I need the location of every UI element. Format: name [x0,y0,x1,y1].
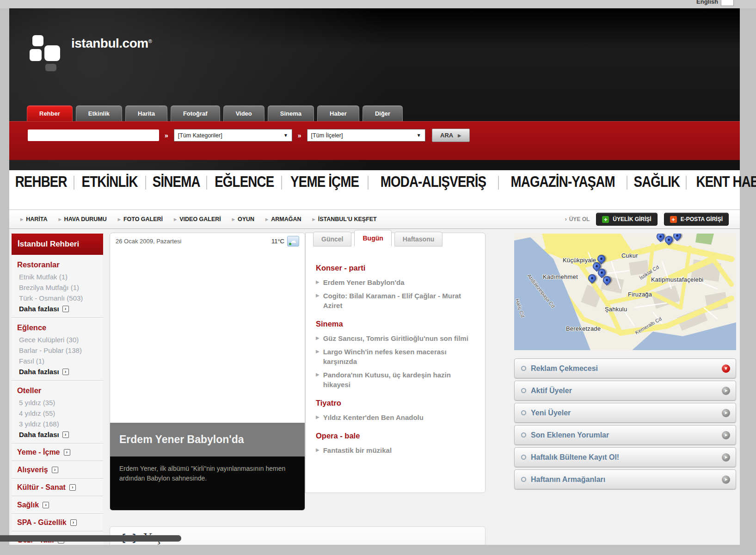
box-arrow-icon: › [62,369,69,375]
arrow-icon: ▶ [316,333,320,343]
tab-haber[interactable]: Haber [317,105,359,122]
sidebar-item[interactable]: Brezilya Mutfağı (1) [17,282,99,293]
widget-aktif-uyeler[interactable]: Aktif Üyeler ➤ [514,381,736,401]
sidebar-heading-eglence[interactable]: Eğlence [17,323,99,332]
snav-foto-galeri[interactable]: ▶FOTO GALERİ [118,216,163,222]
eposta-girisi-button[interactable]: +E-POSTA GİRİŞİ [664,213,729,226]
widget-yeni-uyeler[interactable]: Yeni Üyeler ➤ [514,403,736,423]
snav-harita[interactable]: ▶HARİTA [20,216,47,222]
chevron-right-icon[interactable]: ➤ [722,453,730,462]
nav-etkinlik[interactable]: ETKİNLİK [81,173,138,191]
tab-haftasonu[interactable]: Haftasonu [394,232,443,247]
snav-video-galeri[interactable]: ▶VIDEO GALERİ [174,216,221,222]
horizontal-scrollbar-thumb[interactable] [0,535,181,542]
search-input[interactable] [28,130,159,141]
event-category-heading[interactable]: Tiyatro [316,399,475,407]
sidebar-item[interactable]: 4 yıldız (55) [17,408,99,419]
nav-saglik[interactable]: SAĞLIK [633,173,681,191]
bullet-icon [521,455,526,460]
nav-yeme-icme[interactable]: YEME İÇME [290,173,360,191]
event-link[interactable]: ▶Fantastik bir müzikal [316,445,475,455]
chevron-right-icon[interactable]: ➤ [722,475,730,484]
sidebar-link-alisveris[interactable]: Alışveriş› [12,461,103,479]
category-select[interactable]: [Tüm Kategoriler] ▼ [174,129,292,142]
sidebar-more-link[interactable]: Daha fazlası› [17,303,99,313]
snav-armagan[interactable]: ▶ARMAĞAN [265,216,301,222]
nav-sinema[interactable]: SİNEMA [152,173,201,191]
tab-rehber[interactable]: Rehber [27,105,73,122]
event-category-heading[interactable]: Opera - bale [316,432,475,440]
secondary-nav: ▶HARİTA ▶HAVA DURUMU ▶FOTO GALERİ ▶VIDEO… [9,210,740,229]
event-link[interactable]: ▶Yıldız Kenter'den Ben Anadolu [316,413,475,422]
sidebar-more-link[interactable]: Daha fazlası› [17,366,99,376]
sidebar-link-yeme-icme[interactable]: Yeme - İçme› [12,444,103,461]
tab-fotograf[interactable]: Fotoğraf [171,105,220,122]
sidebar-heading-restoranlar[interactable]: Restoranlar [17,260,99,269]
snav-hava-durumu[interactable]: ▶HAVA DURUMU [58,216,106,222]
arrow-icon: ▶ [118,217,121,222]
nav-rehber[interactable]: REHBER [14,173,68,191]
tab-guncel[interactable]: Güncel [313,232,351,247]
chevron-right-icon[interactable]: ➤ [722,409,730,417]
map[interactable]: Küçükpiyale Kadımehmet Cukur Katipmustaf… [514,234,736,350]
sidebar-heading-oteller[interactable]: Oteller [17,386,99,395]
site-logo[interactable]: istanbul.com® [30,35,152,77]
sidebar-item[interactable]: 3 yıldız (168) [17,419,99,429]
uye-ol-link[interactable]: ›ÜYE OL [565,216,590,222]
tab-sinema[interactable]: Sinema [268,105,314,122]
featured-event-panel[interactable]: 26 Ocak 2009, Pazartesi 11°C ☁ Erdem Yen… [110,233,305,511]
snav-istanbulu-kesfet[interactable]: ▶İSTANBUL'U KEŞFET [313,216,377,222]
bullet-icon [521,432,526,438]
chevron-right-icon[interactable]: ➤ [722,387,730,395]
event-category-heading[interactable]: Sinema [316,320,475,328]
current-date: 26 Ocak 2009, Pazartesi [116,238,181,245]
event-link[interactable]: ▶Güz Sancısı, Tomris Giritlioğlu'nun son… [316,333,475,343]
widget-son-eklenen-yorumlar[interactable]: Son Eklenen Yorumlar ➤ [514,425,736,445]
sidebar-link-kultur-sanat[interactable]: Kültür - Sanat› [12,479,103,496]
event-link[interactable]: ▶Pandora'nın Kutusu, üç kardeşin hazin h… [316,370,475,389]
nav-moda-alisveris[interactable]: MODA-ALIŞVERİŞ [380,173,487,191]
event-category-heading[interactable]: Konser - parti [316,264,475,272]
site-header: istanbul.com® Rehber Etkinlik Harita Fot… [9,8,740,170]
sidebar-more-link[interactable]: Daha fazlası› [17,429,99,438]
tab-bugun[interactable]: Bugün [354,230,391,247]
istanbul-logo-icon [30,35,66,77]
chevron-right-icon[interactable]: ➤ [722,431,730,439]
search-button[interactable]: ARA ▶ [432,129,470,142]
tab-diger[interactable]: Diğer [363,105,403,122]
sidebar-item[interactable]: 5 yıldız (35) [17,397,99,408]
tab-harita[interactable]: Harita [125,105,167,122]
sidebar-item[interactable]: Gece Kulüpleri (30) [17,334,99,345]
nav-magazin-yasam[interactable]: MAGAZİN-YAŞAM [510,173,615,191]
tab-video[interactable]: Video [223,105,264,122]
arrow-icon: ▶ [265,217,268,222]
event-link[interactable]: ▶Cogito: Bilal Karaman - Elif Çağlar - M… [316,291,475,310]
district-select[interactable]: [Tüm İlçeler] ▼ [307,129,425,142]
sidebar-item[interactable]: Barlar - Publar (138) [17,345,99,356]
nav-eglence[interactable]: EĞLENCE [214,173,274,191]
sidebar-istanbul-rehberi: İstanbul Rehberi Restoranlar Etnik Mutfa… [12,234,103,545]
widget-reklam-cekmecesi[interactable]: Reklam Çekmecesi ▼ [514,358,736,378]
featured-photo [110,249,305,423]
sidebar-item[interactable]: Fasıl (1) [17,356,99,366]
map-label-sahkulu: Şahkulu [605,306,627,313]
sidebar-link-saglik[interactable]: Sağlık› [12,496,103,514]
snav-oyun[interactable]: ▶OYUN [232,216,254,222]
event-link[interactable]: ▶Erdem Yener Babylon'da [316,278,475,287]
separator-arrows-icon: » [298,132,301,139]
widget-haftalik-bultene-kayit[interactable]: Haftalık Bültene Kayıt Ol! ➤ [514,447,736,467]
event-link[interactable]: ▶Largo Winch'in nefes kesen macerası kar… [316,347,475,366]
featured-title[interactable]: Erdem Yener Babylon'da [110,423,305,456]
uyelik-girisi-button[interactable]: +ÜYELİK GİRİŞİ [596,213,657,226]
sidebar-link-spa-guzellik[interactable]: SPA - Güzellik› [12,514,103,531]
language-flag-icon[interactable] [721,0,734,6]
sidebar-item[interactable]: Etnik Mutfak (1) [17,271,99,282]
nav-separator [498,176,499,190]
sidebar-item[interactable]: Türk - Osmanlı (503) [17,293,99,303]
nav-kent-haber[interactable]: KENT HABER [695,173,756,191]
widget-haftanin-armaganlari[interactable]: Haftanın Armağanları ➤ [514,469,736,489]
date-row: 26 Ocak 2009, Pazartesi 11°C ☁ [110,233,305,249]
chevron-down-icon[interactable]: ▼ [722,364,730,373]
language-link[interactable]: English [696,0,718,5]
tab-etkinlik[interactable]: Etkinlik [76,105,122,122]
